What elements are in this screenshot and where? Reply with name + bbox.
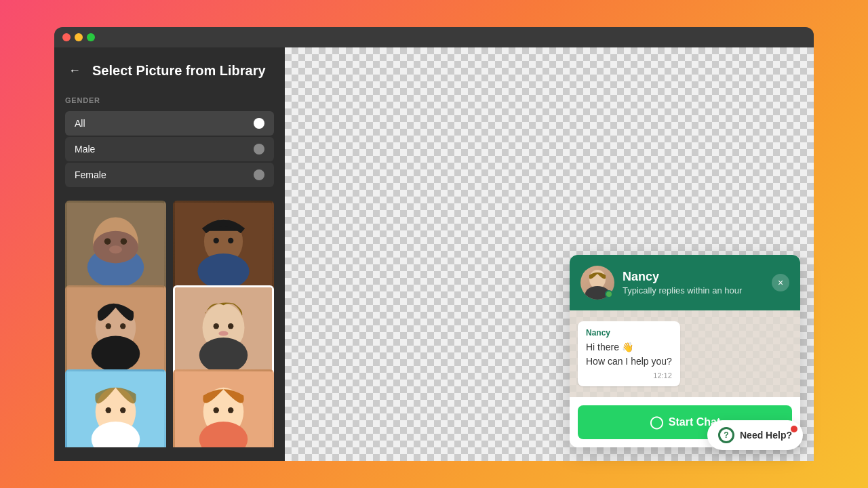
face-6 — [175, 371, 272, 447]
svg-point-14 — [92, 336, 140, 371]
face-5 — [67, 371, 164, 447]
gender-female-label: Female — [75, 169, 106, 180]
back-button[interactable]: ← — [65, 61, 84, 80]
svg-point-26 — [106, 407, 111, 413]
radio-all — [254, 118, 264, 129]
chat-widget: Nancy Typically replies within an hour ×… — [570, 255, 800, 447]
gender-male-label: Male — [75, 144, 95, 155]
svg-point-31 — [214, 407, 219, 413]
photo-grid — [65, 201, 274, 447]
svg-point-6 — [109, 245, 122, 253]
gender-all-label: All — [75, 118, 85, 129]
minimize-dot[interactable] — [75, 33, 83, 41]
whatsapp-icon: ◯ — [650, 415, 663, 430]
titlebar — [54, 27, 814, 47]
bubble-sender: Nancy — [586, 328, 672, 338]
chat-header: Nancy Typically replies within an hour × — [570, 255, 800, 310]
photo-item-5[interactable] — [65, 369, 166, 447]
bubble-message: How can I help you? — [586, 354, 672, 369]
notification-dot — [791, 426, 797, 432]
svg-point-22 — [218, 331, 228, 336]
svg-point-19 — [199, 338, 248, 373]
svg-point-20 — [214, 323, 219, 329]
svg-point-10 — [214, 238, 219, 243]
svg-point-5 — [121, 238, 127, 245]
online-indicator — [605, 290, 613, 298]
panel-header: ← Select Picture from Library — [65, 61, 274, 80]
svg-point-27 — [120, 407, 125, 413]
agent-name: Nancy — [623, 270, 764, 284]
svg-point-4 — [104, 238, 111, 245]
maximize-dot[interactable] — [87, 33, 95, 41]
panel-title: Select Picture from Library — [92, 63, 266, 79]
chat-info: Nancy Typically replies within an hour — [623, 270, 764, 296]
svg-point-21 — [228, 323, 233, 329]
svg-point-11 — [228, 238, 233, 243]
bubble-time: 12:12 — [586, 371, 672, 380]
chat-avatar-wrap — [580, 266, 614, 300]
right-panel: Nancy Typically replies within an hour ×… — [285, 47, 814, 461]
need-help-button[interactable]: ? Need Help? — [707, 420, 803, 450]
gender-option-male[interactable]: Male — [65, 137, 274, 161]
gender-option-female[interactable]: Female — [65, 163, 274, 187]
gender-label: GENDER — [65, 96, 274, 104]
radio-male — [254, 144, 264, 155]
gender-options: All Male Female — [65, 111, 274, 187]
chat-close-button[interactable]: × — [772, 274, 789, 291]
agent-status: Typically replies within an hour — [623, 285, 764, 296]
left-panel: ← Select Picture from Library GENDER All… — [54, 47, 285, 461]
need-help-label: Need Help? — [740, 430, 792, 441]
svg-point-9 — [197, 253, 249, 289]
svg-point-15 — [106, 323, 111, 329]
close-dot[interactable] — [62, 33, 71, 41]
svg-point-32 — [228, 407, 233, 413]
svg-point-16 — [120, 323, 125, 329]
need-help-icon: ? — [718, 427, 734, 443]
gender-option-all[interactable]: All — [65, 111, 274, 136]
chat-body: Nancy Hi there 👋 How can I help you? 12:… — [570, 310, 800, 397]
photo-item-6[interactable] — [173, 369, 274, 447]
bubble-greeting: Hi there 👋 — [586, 340, 672, 354]
chat-bubble: Nancy Hi there 👋 How can I help you? 12:… — [578, 321, 680, 386]
radio-female — [254, 169, 264, 180]
